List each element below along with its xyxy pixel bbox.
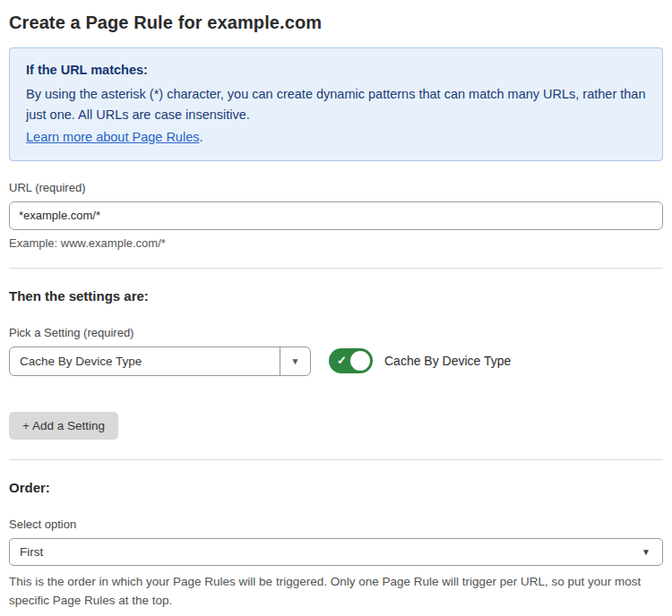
setting-picker-arrow-button[interactable]: ▼ — [280, 347, 310, 375]
check-icon: ✓ — [337, 355, 347, 366]
divider-after-settings — [9, 459, 663, 460]
info-box-heading: If the URL matches: — [26, 60, 646, 81]
setting-picker-dropdown[interactable]: Cache By Device Type ▼ — [9, 346, 311, 376]
setting-row: Cache By Device Type ▼ ✓ Cache By Device… — [9, 346, 663, 376]
add-setting-button[interactable]: + Add a Setting — [9, 412, 118, 440]
link-period: . — [199, 130, 202, 144]
order-select[interactable]: First ▼ — [9, 538, 663, 566]
select-option-label: Select option — [9, 518, 663, 531]
info-box-body: By using the asterisk (*) character, you… — [26, 84, 646, 125]
settings-section-heading: Then the settings are: — [9, 288, 663, 304]
chevron-down-icon: ▼ — [291, 356, 300, 366]
info-box-link-line: Learn more about Page Rules. — [26, 127, 646, 148]
pick-setting-label: Pick a Setting (required) — [9, 326, 663, 339]
url-example-text: Example: www.example.com/* — [9, 236, 663, 250]
setting-picker-value: Cache By Device Type — [10, 347, 280, 375]
toggle-label: Cache By Device Type — [384, 354, 511, 368]
order-helper-text: This is the order in which your Page Rul… — [9, 572, 663, 611]
divider-after-url — [9, 268, 663, 269]
url-match-info-box: If the URL matches: By using the asteris… — [9, 47, 663, 161]
learn-more-link[interactable]: Learn more about Page Rules — [26, 130, 199, 144]
url-input[interactable] — [9, 201, 663, 230]
order-select-value: First — [10, 545, 642, 559]
order-section-heading: Order: — [9, 480, 663, 495]
toggle-knob — [350, 351, 370, 371]
cache-by-device-type-toggle[interactable]: ✓ — [329, 348, 373, 373]
chevron-down-icon: ▼ — [642, 547, 662, 557]
page-title: Create a Page Rule for example.com — [9, 13, 663, 33]
url-label: URL (required) — [9, 181, 663, 194]
